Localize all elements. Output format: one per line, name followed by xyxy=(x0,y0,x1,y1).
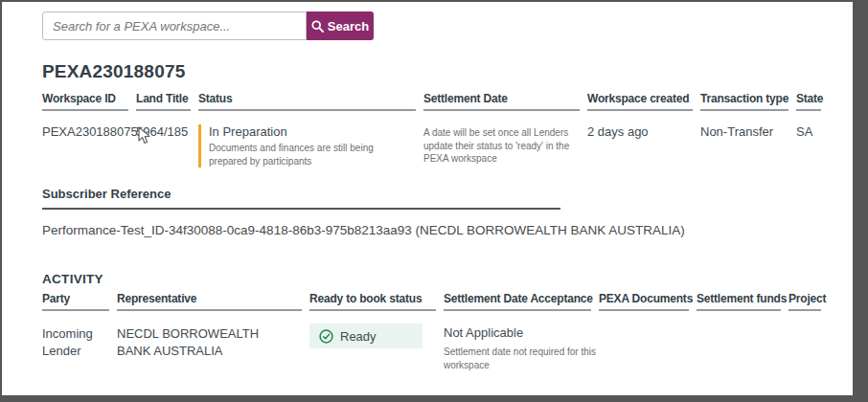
land-title-value: 5964/185 xyxy=(136,111,198,179)
activity-section-title: ACTIVITY xyxy=(42,272,853,286)
workspace-table-row[interactable]: PEXA230188075 5964/185 In Preparation Do… xyxy=(42,111,829,179)
status-cell: In Preparation Documents and finances ar… xyxy=(198,111,423,179)
col-header-ready-to-book: Ready to book status xyxy=(309,292,444,311)
settlement-acceptance-cell: Not Applicable Settlement date not requi… xyxy=(444,387,599,395)
representative-value: COMMONWEALTH BANK AUSTRALIA xyxy=(117,387,309,395)
workspace-table: Workspace ID Land Title Status Settlemen… xyxy=(42,92,829,179)
settlement-acceptance-cell: Not Applicable Settlement date not requi… xyxy=(444,311,599,387)
pexa-documents-cell xyxy=(599,311,697,387)
col-header-status: Status xyxy=(198,92,423,111)
status-note: Documents and finances are still being p… xyxy=(209,142,412,168)
search-button[interactable]: Search xyxy=(307,11,374,40)
check-circle-icon xyxy=(319,329,333,344)
settlement-acceptance-note: Settlement date not required for this wo… xyxy=(444,346,611,371)
page-title: PEXA230188075 xyxy=(42,61,853,82)
party-value: Incoming Lender xyxy=(42,311,117,387)
activity-row-incoming-lender[interactable]: Incoming Lender NECDL BORROWEALTH BANK A… xyxy=(42,311,829,387)
subscriber-reference-label: Subscriber Reference xyxy=(42,187,560,210)
settlement-acceptance-value: Not Applicable xyxy=(444,325,599,340)
ready-status-label: Ready xyxy=(340,329,377,344)
ready-status-cell: Pending xyxy=(309,387,444,395)
settlement-date-cell: A date will be set once all Lenders upda… xyxy=(423,111,587,179)
col-header-workspace-id: Workspace ID xyxy=(42,92,136,111)
col-header-workspace-created: Workspace created xyxy=(587,92,700,111)
col-header-settlement-date-acceptance: Settlement Date Acceptance xyxy=(444,292,599,311)
subscriber-reference-value: Performance-Test_ID-34f30088-0ca9-4818-8… xyxy=(42,223,829,237)
party-value: Outgoing Lender xyxy=(42,387,117,395)
project-cell xyxy=(788,387,829,395)
pexa-documents-cell xyxy=(599,387,697,395)
state-value: SA xyxy=(796,111,829,179)
representative-value: NECDL BORROWEALTH BANK AUSTRALIA xyxy=(117,311,309,387)
workspace-id-value: PEXA230188075 xyxy=(42,111,136,179)
col-header-transaction-type: Transaction type xyxy=(700,92,796,111)
project-cell xyxy=(788,311,829,387)
status-value: In Preparation xyxy=(209,124,412,139)
transaction-type-value: Non-Transfer xyxy=(700,111,796,179)
col-header-party: Party xyxy=(42,292,117,311)
search-button-label: Search xyxy=(328,19,369,34)
settlement-date-note: A date will be set once all Lenders upda… xyxy=(423,124,587,166)
col-header-representative: Representative xyxy=(117,292,309,311)
search-icon xyxy=(311,20,324,33)
workspace-page: Search PEXA230188075 Workspace ID Land T… xyxy=(2,2,853,395)
subscriber-reference-section: Subscriber Reference Performance-Test_ID… xyxy=(42,187,853,237)
workspace-created-value: 2 days ago xyxy=(587,111,700,179)
activity-row-outgoing-lender[interactable]: Outgoing Lender COMMONWEALTH BANK AUSTRA… xyxy=(42,387,829,395)
search-input[interactable] xyxy=(42,11,307,40)
settlement-funds-cell xyxy=(697,387,788,395)
ready-status-badge: Ready xyxy=(309,324,423,348)
workspace-table-header-row: Workspace ID Land Title Status Settlemen… xyxy=(42,92,829,111)
col-header-state: State xyxy=(796,92,829,111)
activity-table-header-row: Party Representative Ready to book statu… xyxy=(42,292,829,311)
col-header-project: Project xyxy=(788,292,829,311)
col-header-land-title: Land Title xyxy=(136,92,198,111)
ready-status-cell: Ready xyxy=(309,311,444,387)
activity-table: Party Representative Ready to book statu… xyxy=(42,292,829,395)
search-bar: Search xyxy=(42,11,853,40)
col-header-settlement-date: Settlement Date xyxy=(423,92,587,111)
settlement-funds-cell xyxy=(697,311,788,387)
col-header-pexa-documents: PEXA Documents xyxy=(599,292,697,311)
col-header-settlement-funds: Settlement funds xyxy=(697,292,788,311)
